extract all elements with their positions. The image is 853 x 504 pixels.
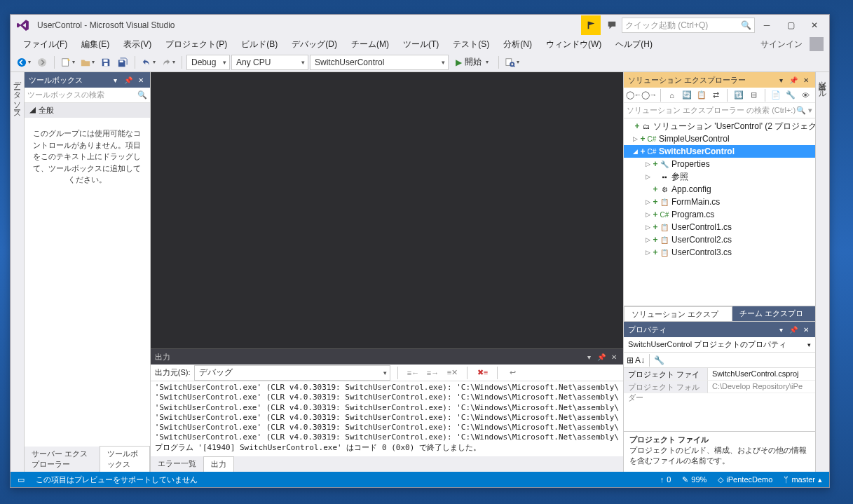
tree-item-program[interactable]: ▷+C#Program.cs [624,208,815,221]
menu-project[interactable]: プロジェクト(P) [158,36,234,53]
prop-dropdown-icon[interactable]: ▾ [776,326,786,334]
tree-item-references[interactable]: ▷▪▪参照 [624,170,815,183]
start-debug-button[interactable]: ▶ 開始 ▾ [450,55,494,70]
menu-view[interactable]: 表示(V) [116,36,158,53]
tree-item-uc2[interactable]: ▷+📋UserControl2.cs [624,233,815,246]
new-item-button[interactable] [59,55,77,70]
feedback-icon[interactable] [602,15,622,35]
menu-help[interactable]: ヘルプ(H) [608,36,660,53]
toolbox-pin-icon[interactable]: 📌 [123,76,133,84]
menu-team[interactable]: チーム(M) [344,36,396,53]
se-pin-icon[interactable]: 📌 [789,76,798,84]
tab-toolbox[interactable]: ツールボックス [100,446,150,472]
right-panel: ソリューション エクスプローラー ▾ 📌 ✕ ◯← ◯→ ⌂ 🔄 📋 ⇄ 🔃 ⊟… [623,72,815,472]
tree-solution-root[interactable]: +🗂ソリューション 'UserControl' (2 プロジェクト) [624,120,815,132]
se-close-icon[interactable]: ✕ [801,76,811,84]
toolbox-close-icon[interactable]: ✕ [136,76,146,84]
save-button[interactable] [98,55,114,70]
prop-pin-icon[interactable]: 📌 [789,326,798,334]
se-properties-icon[interactable]: 🔧 [784,88,798,102]
tree-item-uc1[interactable]: ▷+📋UserControl1.cs [624,221,815,233]
tab-output[interactable]: 出力 [203,456,234,472]
right-rail-diagnostics[interactable]: 診断ツール [815,72,829,472]
prop-close-icon[interactable]: ✕ [801,326,811,334]
prop-row[interactable]: プロジェクト フォルダー C:\Develop Repository\iPe [624,381,815,393]
output-dropdown-icon[interactable]: ▾ [584,353,594,361]
status-changes[interactable]: ✎99% [682,475,707,484]
prop-alphabetical-icon[interactable]: A↓ [635,355,645,365]
output-pin-icon[interactable]: 📌 [596,353,606,361]
find-in-files-button[interactable] [503,55,521,70]
menu-test[interactable]: テスト(S) [446,36,496,53]
tab-server-explorer[interactable]: サーバー エクスプローラー [25,447,100,472]
prop-row[interactable]: プロジェクト ファイル SwitchUserControl.csproj [624,368,815,381]
startup-project-combo[interactable]: SwitchUserControl [310,55,449,70]
se-refresh-icon[interactable]: 🔃 [732,88,745,102]
tab-team-explorer[interactable]: チーム エクスプローラー [732,306,815,321]
tree-item-formmain[interactable]: ▷+📋FormMain.cs [624,196,815,208]
output-close-icon[interactable]: ✕ [609,353,619,361]
se-collapse-icon[interactable]: ⊟ [747,88,760,102]
user-avatar-icon[interactable] [810,37,824,51]
se-home-icon[interactable]: ⌂ [665,88,678,102]
platform-combo[interactable]: Any CPU [231,55,308,70]
menu-analyze[interactable]: 分析(N) [496,36,539,53]
close-button[interactable]: ✕ [803,17,826,34]
open-file-button[interactable] [79,55,97,70]
menu-window[interactable]: ウィンドウ(W) [539,36,608,53]
tree-project-simple[interactable]: ▷+C#SimpleUserControl [624,132,815,145]
se-search-input[interactable]: ソリューション エクスプローラー の検索 (Ctrl+:) 🔍 ▾ [624,103,815,118]
status-repo[interactable]: ◇iPentecDemo [718,475,772,484]
output-clear-all-icon[interactable]: ✖≡ [475,366,490,380]
se-toolbar: ◯← ◯→ ⌂ 🔄 📋 ⇄ 🔃 ⊟ 📄 🔧 👁 [624,88,815,103]
quick-launch-input[interactable]: クイック起動 (Ctrl+Q) 🔍 [622,18,755,33]
tree-project-switch[interactable]: ◢+C#SwitchUserControl [624,145,815,158]
left-rail-datasources[interactable]: データ ソース [11,72,25,472]
minimize-button[interactable]: ─ [755,17,779,34]
tab-error-list[interactable]: エラー一覧 [151,456,203,472]
menu-tools[interactable]: ツール(T) [396,36,446,53]
output-body[interactable]: 'SwitchUserControl.exe' (CLR v4.0.30319:… [151,381,623,456]
nav-back-button[interactable] [15,55,33,70]
status-branch[interactable]: ᛘmaster ▴ [784,475,822,484]
signin-link[interactable]: サインイン [760,39,807,50]
se-scope-icon[interactable]: 🔄 [680,88,693,102]
tree-item-properties[interactable]: ▷+🔧Properties [624,158,815,170]
status-publish[interactable]: ↑0 [660,475,671,484]
nav-forward-button[interactable] [34,55,50,70]
output-goto-prev-icon[interactable]: ≡← [405,366,421,380]
tab-solution-explorer[interactable]: ソリューション エクスプローラー [624,306,732,321]
save-all-button[interactable] [115,55,130,70]
output-source-combo[interactable]: デバッグ [194,365,390,381]
notification-flag-icon[interactable] [581,15,601,35]
se-back-icon[interactable]: ◯← [627,88,641,102]
prop-categorized-icon[interactable]: ⊞ [627,355,634,365]
se-sync-icon[interactable]: ⇄ [709,88,723,102]
editor-area[interactable] [151,72,623,348]
solution-tree[interactable]: +🗂ソリューション 'UserControl' (2 プロジェクト) ▷+C#S… [624,118,815,306]
undo-button[interactable] [139,55,158,70]
menu-debug[interactable]: デバッグ(D) [285,36,344,53]
se-preview-icon[interactable]: 👁 [799,88,812,102]
se-dropdown-icon[interactable]: ▾ [776,76,786,84]
toolbox-search-input[interactable]: ツールボックスの検索 🔍 [25,88,150,103]
redo-button[interactable] [159,55,177,70]
se-fwd-icon[interactable]: ◯→ [642,88,656,102]
config-combo[interactable]: Debug [186,55,230,70]
prop-wrench-icon[interactable]: 🔧 [654,355,664,365]
tree-item-appconfig[interactable]: +⚙App.config [624,183,815,196]
menu-edit[interactable]: 編集(E) [74,36,116,53]
output-clear-icon[interactable]: ≡✕ [444,366,460,380]
properties-grid[interactable]: プロジェクト ファイル SwitchUserControl.csproj プロジ… [624,368,815,431]
tree-item-uc3[interactable]: ▷+📋UserControl3.cs [624,246,815,259]
menu-file[interactable]: ファイル(F) [16,36,74,53]
toolbox-section-general[interactable]: ◢ 全般 [25,103,150,118]
maximize-button[interactable]: ▢ [779,17,803,34]
menu-build[interactable]: ビルド(B) [234,36,285,53]
se-showall-icon[interactable]: 📄 [770,88,783,102]
output-wordwrap-icon[interactable]: ↩ [505,366,520,380]
output-goto-next-icon[interactable]: ≡→ [425,366,440,380]
properties-object-combo[interactable]: SwitchUserControl プロジェクトのプロパティ ▾ [624,337,815,353]
toolbox-dropdown-icon[interactable]: ▾ [111,76,121,84]
se-pending-icon[interactable]: 📋 [695,88,708,102]
